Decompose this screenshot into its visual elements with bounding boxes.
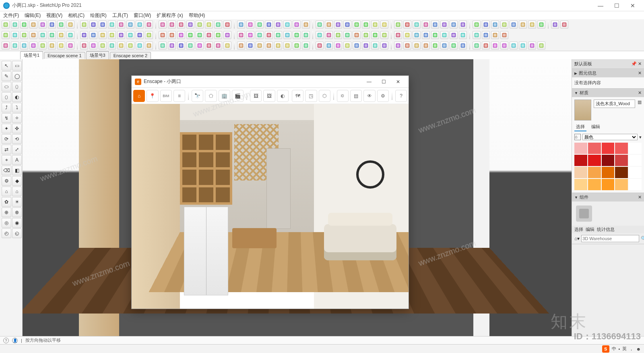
toolbar-button-0-34[interactable] xyxy=(334,21,342,29)
color-swatch-0[interactable] xyxy=(574,143,587,154)
materials-title[interactable]: ▼材质✕ xyxy=(572,89,644,97)
ime-lang-en[interactable]: 英 xyxy=(622,346,627,352)
toolbar-button-2-17[interactable] xyxy=(168,42,176,50)
toolbar-button-1-6[interactable] xyxy=(57,31,65,39)
toolbar-button-1-42[interactable] xyxy=(413,31,421,39)
toolbar-button-1-1[interactable] xyxy=(11,31,19,39)
toolbar-button-0-46[interactable] xyxy=(450,21,458,29)
toolbar-button-2-24[interactable] xyxy=(237,42,245,50)
toolbar-button-2-7[interactable] xyxy=(66,42,74,50)
toolbar-button-2-31[interactable] xyxy=(302,42,310,50)
close-button[interactable]: ✕ xyxy=(625,1,641,10)
toolbar-button-0-25[interactable] xyxy=(246,21,254,29)
toolbar-button-2-28[interactable] xyxy=(274,42,282,50)
toolbar-button-0-12[interactable] xyxy=(117,21,125,29)
toolbar-button-0-35[interactable] xyxy=(343,21,351,29)
toolbar-button-2-26[interactable] xyxy=(256,42,264,50)
toolbar-button-0-17[interactable] xyxy=(168,21,176,29)
toolbar-button-0-2[interactable] xyxy=(20,21,28,29)
enscape-building-button[interactable]: 🏢 xyxy=(219,90,230,102)
toolbar-button-0-42[interactable] xyxy=(413,21,421,29)
toolbar-button-2-22[interactable] xyxy=(214,42,222,50)
toolbar-button-1-29[interactable] xyxy=(283,31,291,39)
component-tab-select[interactable]: 选择 xyxy=(574,226,583,233)
toolbar-button-2-48[interactable] xyxy=(473,42,481,50)
minimize-button[interactable]: — xyxy=(592,1,609,10)
toolbar-button-1-39[interactable] xyxy=(380,31,388,39)
toolbar-button-2-4[interactable] xyxy=(39,42,47,50)
toolbar-button-2-53[interactable] xyxy=(519,42,527,50)
toolbar-button-2-41[interactable] xyxy=(403,42,411,50)
enscape-home-button[interactable]: ⌂ xyxy=(133,90,145,102)
toolbar-button-0-54[interactable] xyxy=(528,21,536,29)
toolbar-button-2-15[interactable] xyxy=(145,42,153,50)
toolbar-button-0-31[interactable] xyxy=(302,21,310,29)
toolbar-button-0-32[interactable] xyxy=(316,21,324,29)
scene-tab-1[interactable]: 场景号1 xyxy=(20,51,43,59)
left-tool-9[interactable]: ⤵ xyxy=(12,103,22,112)
enscape-list-button[interactable]: ≡ xyxy=(173,90,185,102)
toolbar-button-2-18[interactable] xyxy=(177,42,185,50)
toolbar-button-2-43[interactable] xyxy=(422,42,430,50)
toolbar-button-2-14[interactable] xyxy=(136,42,144,50)
toolbar-button-0-15[interactable] xyxy=(145,21,153,29)
toolbar-button-0-5[interactable] xyxy=(48,21,56,29)
toolbar-button-0-1[interactable] xyxy=(11,21,19,29)
color-swatch-5[interactable] xyxy=(574,155,587,166)
toolbar-button-0-27[interactable] xyxy=(265,21,273,29)
color-swatch-18[interactable] xyxy=(615,179,628,190)
toolbar-button-2-16[interactable] xyxy=(159,42,167,50)
toolbar-button-2-27[interactable] xyxy=(265,42,273,50)
toolbar-button-2-47[interactable] xyxy=(459,42,467,50)
color-swatch-19[interactable] xyxy=(629,179,642,190)
enscape-asset-button[interactable]: ◳ xyxy=(305,90,317,102)
material-thumbnail[interactable] xyxy=(574,100,591,120)
toolbar-button-1-12[interactable] xyxy=(117,31,125,39)
left-tool-31[interactable]: ◉ xyxy=(12,218,22,228)
toolbar-button-2-1[interactable] xyxy=(11,42,19,50)
toolbar-button-2-34[interactable] xyxy=(334,42,342,50)
toolbar-button-1-5[interactable] xyxy=(48,31,56,39)
left-tool-1[interactable]: ▭ xyxy=(12,61,22,71)
color-swatch-14[interactable] xyxy=(629,167,642,178)
left-tool-14[interactable]: ⟳ xyxy=(2,134,11,144)
toolbar-button-1-2[interactable] xyxy=(20,31,28,39)
toolbar-button-2-36[interactable] xyxy=(353,42,361,50)
left-tool-6[interactable]: ⬯ xyxy=(2,92,11,102)
left-tool-33[interactable]: ◵ xyxy=(12,228,22,238)
menu-camera[interactable]: 相机(C) xyxy=(68,12,85,19)
left-tool-25[interactable]: ⌂ xyxy=(12,187,22,196)
color-swatch-10[interactable] xyxy=(574,167,587,178)
menu-tools[interactable]: 工具(T) xyxy=(112,12,128,19)
toolbar-button-2-38[interactable] xyxy=(371,42,379,50)
toolbar-button-1-33[interactable] xyxy=(325,31,333,39)
material-library-select[interactable]: 颜色 xyxy=(582,134,638,140)
left-tool-13[interactable]: ✜ xyxy=(12,124,22,133)
toolbar-button-0-53[interactable] xyxy=(519,21,527,29)
toolbar-button-0-39[interactable] xyxy=(380,21,388,29)
warehouse-home-icon[interactable]: ⌂▾ xyxy=(574,236,580,241)
toolbar-button-0-48[interactable] xyxy=(473,21,481,29)
toolbar-button-1-38[interactable] xyxy=(371,31,379,39)
toolbar-button-2-33[interactable] xyxy=(325,42,333,50)
toolbar-button-1-24[interactable] xyxy=(237,31,245,39)
toolbar-button-2-54[interactable] xyxy=(528,42,536,50)
toolbar-button-1-50[interactable] xyxy=(491,31,499,39)
toolbar-button-2-8[interactable] xyxy=(80,42,88,50)
toolbar-button-1-20[interactable] xyxy=(196,31,204,39)
toolbar-button-2-9[interactable] xyxy=(89,42,97,50)
toolbar-button-0-0[interactable] xyxy=(2,21,10,29)
left-tool-23[interactable]: ◆ xyxy=(12,176,22,186)
toolbar-button-0-20[interactable] xyxy=(196,21,204,29)
left-tool-3[interactable]: ◯ xyxy=(12,71,22,81)
toolbar-button-0-29[interactable] xyxy=(283,21,291,29)
toolbar-button-2-32[interactable] xyxy=(316,42,324,50)
toolbar-button-0-51[interactable] xyxy=(500,21,508,29)
toolbar-button-2-5[interactable] xyxy=(48,42,56,50)
toolbar-button-1-9[interactable] xyxy=(89,31,97,39)
toolbar-button-2-0[interactable] xyxy=(2,42,10,50)
toolbar-button-1-4[interactable] xyxy=(39,31,47,39)
in-model-icon[interactable]: ⌂ xyxy=(574,134,581,140)
menu-file[interactable]: 文件(F) xyxy=(3,12,19,19)
viewport[interactable]: e Enscape - 小两口 — ☐ ✕ ⌂ 📍 BIM ≡ 🔭 ⬠ 🏢 🎬 … xyxy=(23,59,572,336)
